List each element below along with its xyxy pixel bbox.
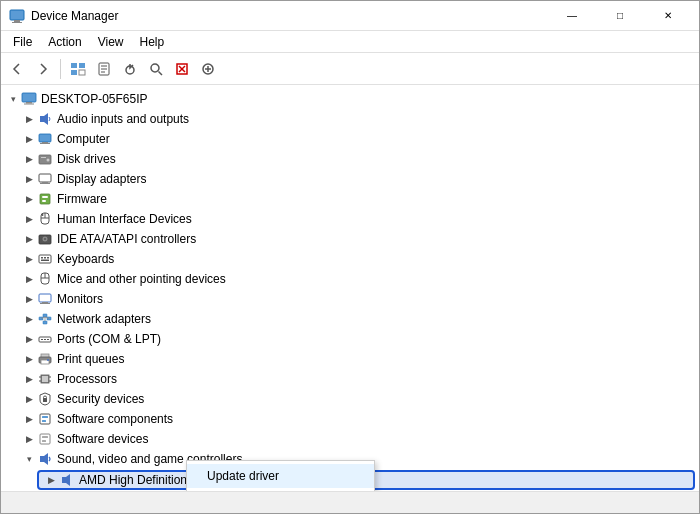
root-label: DESKTOP-05F65IP — [41, 92, 148, 106]
context-menu-update[interactable]: Update driver — [187, 464, 374, 488]
tree-item-computer[interactable]: ▶ Computer — [1, 129, 699, 149]
sound-expand[interactable]: ▾ — [21, 451, 37, 467]
keyboards-expand[interactable]: ▶ — [21, 251, 37, 267]
device-tree[interactable]: ▾ DESKTOP-05F65IP ▶ Audio inputs and out… — [1, 85, 699, 491]
svg-rect-6 — [79, 70, 85, 75]
monitors-expand[interactable]: ▶ — [21, 291, 37, 307]
softdev-expand[interactable]: ▶ — [21, 431, 37, 447]
close-button[interactable]: ✕ — [645, 1, 691, 31]
mice-expand[interactable]: ▶ — [21, 271, 37, 287]
scan-button[interactable] — [144, 57, 168, 81]
svg-marker-24 — [44, 113, 48, 125]
amd-label: AMD High Definition... — [79, 473, 197, 487]
print-icon — [37, 351, 53, 367]
tree-item-processors[interactable]: ▶ Processors — [1, 369, 699, 389]
ide-expand[interactable]: ▶ — [21, 231, 37, 247]
forward-button[interactable] — [31, 57, 55, 81]
tree-item-security[interactable]: ▶ Security devices — [1, 389, 699, 409]
svg-rect-2 — [12, 22, 22, 23]
show-hidden-button[interactable] — [66, 57, 90, 81]
audio-icon — [37, 111, 53, 127]
update-button[interactable] — [118, 57, 142, 81]
svg-rect-56 — [43, 321, 47, 324]
maximize-button[interactable]: □ — [597, 1, 643, 31]
tree-item-display[interactable]: ▶ Display adapters — [1, 169, 699, 189]
svg-rect-35 — [42, 196, 48, 198]
tree-root[interactable]: ▾ DESKTOP-05F65IP — [1, 89, 699, 109]
svg-rect-84 — [40, 456, 44, 462]
audio-expand[interactable]: ▶ — [21, 111, 37, 127]
print-expand[interactable]: ▶ — [21, 351, 37, 367]
svg-point-69 — [47, 359, 49, 361]
context-menu-disable[interactable]: Disable device — [187, 488, 374, 491]
uninstall-button[interactable] — [170, 57, 194, 81]
tree-item-keyboards[interactable]: ▶ Keyboards — [1, 249, 699, 269]
tree-item-disk[interactable]: ▶ Disk drives — [1, 149, 699, 169]
svg-rect-58 — [43, 314, 47, 317]
computer-expand[interactable]: ▶ — [21, 131, 37, 147]
security-expand[interactable]: ▶ — [21, 391, 37, 407]
tree-item-ide[interactable]: ▶ IDE ATA/ATAPI controllers — [1, 229, 699, 249]
properties-button[interactable] — [92, 57, 116, 81]
disk-label: Disk drives — [57, 152, 116, 166]
svg-rect-78 — [40, 414, 50, 424]
sound-icon — [37, 451, 53, 467]
tree-item-print[interactable]: ▶ Print queues — [1, 349, 699, 369]
processors-expand[interactable]: ▶ — [21, 371, 37, 387]
keyboards-label: Keyboards — [57, 252, 114, 266]
hid-expand[interactable]: ▶ — [21, 211, 37, 227]
svg-rect-3 — [71, 63, 77, 68]
mouse-icon — [37, 271, 53, 287]
tree-item-softcomp[interactable]: ▶ Software components — [1, 409, 699, 429]
network-expand[interactable]: ▶ — [21, 311, 37, 327]
ports-expand[interactable]: ▶ — [21, 331, 37, 347]
amd-expand[interactable]: ▶ — [43, 472, 59, 488]
svg-rect-52 — [39, 294, 51, 302]
tree-item-audio[interactable]: ▶ Audio inputs and outputs — [1, 109, 699, 129]
tree-item-softdev[interactable]: ▶ Software devices — [1, 429, 699, 449]
root-expand-icon[interactable]: ▾ — [5, 91, 21, 107]
svg-rect-79 — [42, 416, 48, 418]
softcomp-expand[interactable]: ▶ — [21, 411, 37, 427]
network-icon — [37, 311, 53, 327]
window-title: Device Manager — [31, 9, 549, 23]
status-bar — [1, 491, 699, 513]
display-expand[interactable]: ▶ — [21, 171, 37, 187]
hid-icon — [37, 211, 53, 227]
monitor-icon — [37, 291, 53, 307]
menu-view[interactable]: View — [90, 33, 132, 51]
add-button[interactable] — [196, 57, 220, 81]
tree-item-network[interactable]: ▶ Network adapters — [1, 309, 699, 329]
svg-rect-21 — [26, 102, 32, 104]
network-label: Network adapters — [57, 312, 151, 326]
menu-bar: File Action View Help — [1, 31, 699, 53]
title-bar: Device Manager — □ ✕ — [1, 1, 699, 31]
context-menu: Update driver Disable device Uninstall d… — [186, 460, 375, 491]
print-label: Print queues — [57, 352, 124, 366]
svg-point-40 — [42, 214, 44, 216]
menu-action[interactable]: Action — [40, 33, 89, 51]
tree-item-ports[interactable]: ▶ Ports (COM & LPT) — [1, 329, 699, 349]
firmware-expand[interactable]: ▶ — [21, 191, 37, 207]
firmware-label: Firmware — [57, 192, 107, 206]
tree-item-firmware[interactable]: ▶ Firmware — [1, 189, 699, 209]
security-icon — [37, 391, 53, 407]
menu-help[interactable]: Help — [132, 33, 173, 51]
display-label: Display adapters — [57, 172, 146, 186]
menu-file[interactable]: File — [5, 33, 40, 51]
tree-item-mice[interactable]: ▶ Mice and other pointing devices — [1, 269, 699, 289]
svg-point-77 — [44, 396, 47, 399]
svg-rect-45 — [41, 257, 43, 259]
back-button[interactable] — [5, 57, 29, 81]
tree-item-monitors[interactable]: ▶ Monitors — [1, 289, 699, 309]
svg-rect-26 — [42, 142, 48, 143]
disk-expand[interactable]: ▶ — [21, 151, 37, 167]
audio-label: Audio inputs and outputs — [57, 112, 189, 126]
device-manager-window: Device Manager — □ ✕ File Action View He… — [0, 0, 700, 514]
svg-rect-44 — [39, 255, 51, 263]
svg-rect-65 — [47, 339, 49, 340]
svg-rect-31 — [39, 174, 51, 182]
minimize-button[interactable]: — — [549, 1, 595, 31]
amd-icon — [59, 472, 75, 488]
tree-item-hid[interactable]: ▶ Human Interface Devices — [1, 209, 699, 229]
